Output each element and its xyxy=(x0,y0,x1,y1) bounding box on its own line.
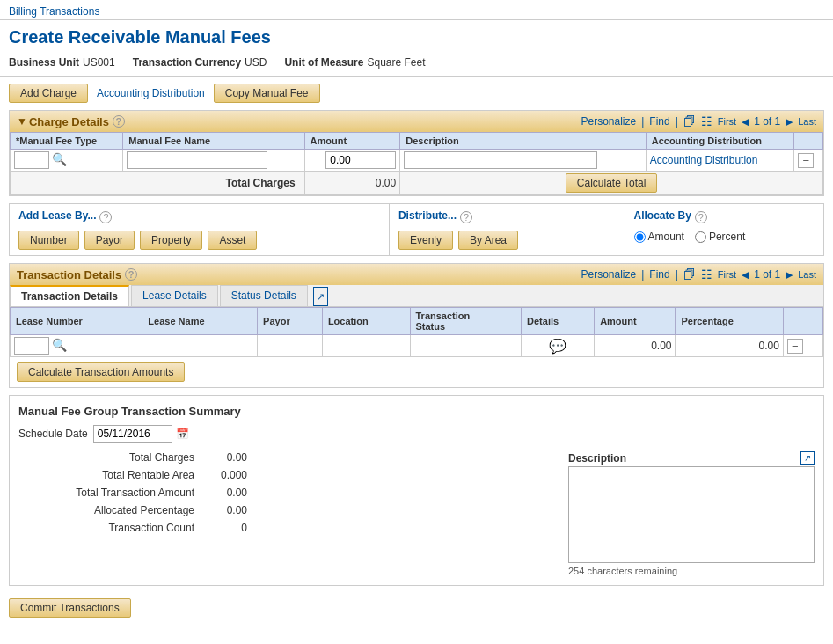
transaction-table: Lease Number Lease Name Payor Location T… xyxy=(10,307,823,357)
col-description: Description xyxy=(400,133,647,150)
add-lease-help-icon[interactable]: ? xyxy=(99,211,112,223)
col-accounting-dist: Accounting Distribution xyxy=(646,133,794,150)
summary-total-transaction-label: Total Transaction Amount xyxy=(18,487,194,499)
add-lease-number-button[interactable]: Number xyxy=(18,231,79,250)
summary-total-rentable-value: 0.000 xyxy=(203,469,247,481)
tab-expand-icon[interactable]: ↗ xyxy=(313,287,328,306)
trans-find-link[interactable]: Find xyxy=(649,268,669,281)
schedule-date-row: Schedule Date 📅 xyxy=(18,425,815,443)
distribute-by-area-button[interactable]: By Area xyxy=(458,231,518,250)
lease-number-search-icon[interactable]: 🔍 xyxy=(52,338,67,352)
charge-next-button[interactable]: ▶ xyxy=(786,116,793,128)
trans-next-button[interactable]: ▶ xyxy=(786,269,793,281)
copy-manual-fee-button[interactable]: Copy Manual Fee xyxy=(214,84,320,103)
summary-trans-count: Transaction Count 0 xyxy=(18,522,551,534)
summary-allocated-pct-label: Allocated Percentage xyxy=(18,504,194,516)
accounting-distribution-link[interactable]: Accounting Distribution xyxy=(97,87,205,99)
schedule-date-input[interactable] xyxy=(93,425,172,443)
col-trans-amount: Amount xyxy=(595,308,676,335)
manual-fee-name-input[interactable] xyxy=(127,151,267,169)
calendar-icon[interactable]: 📅 xyxy=(176,428,189,440)
allocate-amount-radio[interactable] xyxy=(634,231,646,243)
manual-fee-type-search-icon[interactable]: 🔍 xyxy=(52,152,67,166)
business-unit-label: Business Unit xyxy=(9,56,79,69)
commit-transactions-button[interactable]: Commit Transactions xyxy=(9,598,131,618)
charge-details-help-icon[interactable]: ? xyxy=(113,115,125,128)
charge-page-info: 1 of 1 xyxy=(754,115,780,128)
three-col-section: Add Lease By... ? Number Payor Property … xyxy=(9,203,824,256)
trans-last-label[interactable]: Last xyxy=(798,269,816,280)
tab-lease-details[interactable]: Lease Details xyxy=(131,285,218,306)
tab-transaction-details[interactable]: Transaction Details xyxy=(10,285,129,306)
summary-total-charges: Total Charges 0.00 xyxy=(18,451,551,464)
add-lease-asset-button[interactable]: Asset xyxy=(208,231,257,250)
charge-amount-input[interactable] xyxy=(325,151,396,169)
charge-prev-button[interactable]: ◀ xyxy=(742,116,749,128)
allocate-by-title: Allocate By xyxy=(634,209,691,222)
manual-fee-type-input[interactable] xyxy=(14,151,49,169)
distribute-buttons: Evenly By Area xyxy=(398,231,616,250)
total-row: Total Charges 0.00 Calculate Total xyxy=(11,172,823,195)
distribute-evenly-button[interactable]: Evenly xyxy=(398,231,453,250)
description-textarea[interactable] xyxy=(568,466,815,563)
summary-title: Manual Fee Group Transaction Summary xyxy=(18,405,815,418)
allocate-by-pane: Allocate By ? Amount Percent xyxy=(625,204,823,255)
col-lease-number: Lease Number xyxy=(11,308,142,335)
add-lease-property-button[interactable]: Property xyxy=(140,231,202,250)
distribute-help-icon[interactable]: ? xyxy=(460,211,472,223)
details-comment-icon[interactable]: 💬 xyxy=(549,338,566,355)
charge-remove-button[interactable]: − xyxy=(798,153,814,168)
tab-status-details[interactable]: Status Details xyxy=(220,285,308,306)
allocate-amount-text: Amount xyxy=(648,231,684,243)
charge-details-panel: ▼ Charge Details ? Personalize | Find | … xyxy=(9,110,824,196)
transaction-details-help-icon[interactable]: ? xyxy=(125,268,137,281)
col-amount: Amount xyxy=(304,133,400,150)
add-charge-button[interactable]: Add Charge xyxy=(9,84,88,103)
unit-of-measure-value: Square Feet xyxy=(367,56,425,69)
summary-trans-count-label: Transaction Count xyxy=(18,522,194,534)
charge-personalize-link[interactable]: Personalize xyxy=(581,115,636,128)
transaction-details-panel: Transaction Details ? Personalize | Find… xyxy=(9,263,824,388)
schedule-date-label: Schedule Date xyxy=(18,428,88,440)
summary-total-rentable: Total Rentable Area 0.000 xyxy=(18,469,551,481)
trans-remove-button[interactable]: − xyxy=(787,339,803,354)
charge-first-label[interactable]: First xyxy=(718,116,736,127)
add-lease-payor-button[interactable]: Payor xyxy=(84,231,135,250)
trans-amount-value: 0.00 xyxy=(651,340,671,352)
breadcrumb: Billing Transactions xyxy=(0,0,833,20)
summary-body: Total Charges 0.00 Total Rentable Area 0… xyxy=(18,451,815,576)
charge-last-label[interactable]: Last xyxy=(798,116,816,127)
description-label: Description ↗ xyxy=(568,451,815,465)
add-lease-pane: Add Lease By... ? Number Payor Property … xyxy=(10,204,390,255)
meta-row: Business Unit US001 Transaction Currency… xyxy=(0,53,833,77)
trans-view-icon[interactable]: 🗍 xyxy=(683,267,696,282)
summary-total-transaction-value: 0.00 xyxy=(203,487,247,499)
col-action xyxy=(794,133,823,150)
col-manual-fee-type: *Manual Fee Type xyxy=(11,133,123,150)
calculate-total-button[interactable]: Calculate Total xyxy=(566,173,658,193)
transaction-details-title: Transaction Details xyxy=(17,268,121,282)
allocate-percent-label[interactable]: Percent xyxy=(695,231,745,243)
transaction-details-header: Transaction Details ? Personalize | Find… xyxy=(10,264,823,285)
calculate-transaction-amounts-button[interactable]: Calculate Transaction Amounts xyxy=(17,362,185,382)
trans-first-label[interactable]: First xyxy=(718,269,736,280)
business-unit-value: US001 xyxy=(83,56,115,69)
summary-left: Total Charges 0.00 Total Rentable Area 0… xyxy=(18,451,551,576)
summary-total-charges-label: Total Charges xyxy=(18,451,194,464)
charge-grid-icon[interactable]: ☷ xyxy=(701,114,712,128)
allocate-percent-radio[interactable] xyxy=(695,231,706,243)
trans-personalize-link[interactable]: Personalize xyxy=(581,268,636,281)
allocate-amount-label[interactable]: Amount xyxy=(634,231,684,243)
trans-grid-icon[interactable]: ☷ xyxy=(701,267,712,282)
charge-find-link[interactable]: Find xyxy=(649,115,669,128)
add-lease-buttons: Number Payor Property Asset xyxy=(18,231,380,250)
desc-expand-icon[interactable]: ↗ xyxy=(800,451,815,465)
summary-total-transaction: Total Transaction Amount 0.00 xyxy=(18,487,551,499)
charge-view-icon[interactable]: 🗍 xyxy=(683,114,696,128)
lease-number-input[interactable] xyxy=(14,337,49,355)
charge-description-input[interactable] xyxy=(404,151,597,169)
trans-prev-button[interactable]: ◀ xyxy=(742,269,749,281)
charge-accounting-dist-link[interactable]: Accounting Distribution xyxy=(650,154,758,166)
col-payor: Payor xyxy=(258,308,323,335)
allocate-by-help-icon[interactable]: ? xyxy=(695,211,707,223)
